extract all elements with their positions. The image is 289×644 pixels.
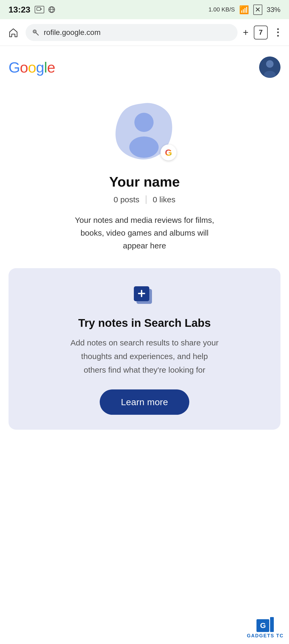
- watermark-icon: G: [260, 621, 266, 630]
- status-time: 13:23: [9, 5, 30, 15]
- labs-description: Add notes on search results to share you…: [70, 336, 219, 377]
- svg-point-7: [266, 60, 274, 68]
- new-tab-button[interactable]: +: [243, 27, 248, 38]
- network-speed: 1.00 KB/S: [208, 6, 235, 13]
- svg-marker-1: [41, 8, 42, 10]
- svg-point-9: [134, 113, 154, 132]
- logo-o2: o: [28, 59, 36, 76]
- status-right: 1.00 KB/S 📶 ✕ 33%: [208, 5, 280, 15]
- google-badge: G: [160, 144, 176, 160]
- battery-level: 33%: [267, 6, 280, 14]
- sync-icon: [47, 6, 57, 13]
- svg-line-4: [36, 33, 39, 35]
- likes-count: 0 likes: [153, 195, 175, 204]
- logo-e: e: [47, 59, 55, 76]
- screen-record-icon: [35, 6, 44, 13]
- profile-stats: 0 posts 0 likes: [114, 195, 175, 204]
- google-g-letter: G: [165, 147, 172, 158]
- posts-count: 0 posts: [114, 195, 139, 204]
- labs-icon: [131, 284, 158, 308]
- logo-l: l: [44, 59, 47, 76]
- profile-avatar-container: G: [113, 99, 176, 163]
- svg-point-5: [34, 31, 35, 32]
- page-content: Google: [0, 46, 289, 451]
- security-icon: [32, 29, 39, 36]
- browser-bar: rofile.google.com + 7 ⋮: [0, 19, 289, 46]
- logo-g: G: [9, 59, 20, 76]
- google-logo: Google: [9, 59, 55, 76]
- svg-rect-0: [37, 7, 41, 10]
- avatar[interactable]: [259, 57, 280, 78]
- watermark-box: G: [256, 617, 274, 632]
- watermark-text: GADGETS TC: [247, 633, 284, 639]
- labs-title: Try notes in Search Labs: [78, 317, 211, 329]
- wifi-icon: 📶: [239, 5, 249, 14]
- status-bar: 13:23 1.00 KB/S 📶 ✕ 33%: [0, 0, 289, 19]
- url-text: rofile.google.com: [44, 28, 231, 37]
- tab-switcher-button[interactable]: 7: [254, 26, 268, 39]
- status-left: 13:23: [9, 5, 57, 15]
- stats-divider: [146, 195, 146, 204]
- logo-o1: o: [20, 59, 28, 76]
- logo-g2: g: [36, 59, 44, 76]
- learn-more-button[interactable]: Learn more: [100, 389, 190, 415]
- url-bar[interactable]: rofile.google.com: [26, 24, 238, 41]
- watermark-bar: [270, 617, 274, 632]
- google-header: Google: [9, 57, 280, 78]
- status-icons: [35, 6, 57, 13]
- svg-point-10: [129, 136, 159, 158]
- search-labs-card: Try notes in Search Labs Add notes on se…: [9, 268, 280, 430]
- profile-name: Your name: [109, 174, 180, 190]
- more-options-button[interactable]: ⋮: [273, 27, 283, 38]
- browser-actions: + 7 ⋮: [243, 26, 283, 39]
- home-button[interactable]: [6, 26, 20, 39]
- profile-section: G Your name 0 posts 0 likes Your notes a…: [9, 94, 280, 268]
- watermark: G GADGETS TC: [247, 617, 284, 639]
- profile-description: Your notes and media reviews for films, …: [67, 214, 222, 252]
- avatar-image: [259, 57, 280, 78]
- sim-icon: ✕: [253, 5, 262, 15]
